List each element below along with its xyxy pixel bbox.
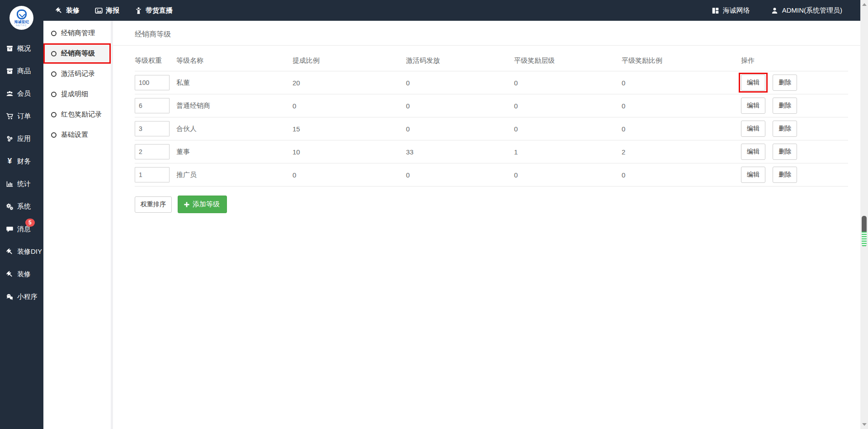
circle-icon (51, 112, 57, 117)
weight-input[interactable] (135, 75, 170, 90)
peer-reward-ratio: 0 (622, 94, 741, 117)
sidebar-item-label: 小程序 (17, 293, 38, 301)
comment-icon (6, 225, 14, 233)
sidebar-item-label: 应用 (17, 135, 31, 143)
top-menu-label: 带货直播 (146, 6, 173, 15)
weight-input[interactable] (135, 144, 170, 159)
submenu-item-activation-code-records[interactable]: 激活码记录 (43, 64, 111, 84)
submenu-item-distributor-management[interactable]: 经销商管理 (43, 23, 111, 43)
sidebar-item-label: 财务 (17, 157, 31, 166)
users-icon (6, 90, 14, 98)
cubes-icon (6, 135, 14, 143)
submenu-item-distributor-level[interactable]: 经销商等级 (43, 43, 111, 64)
sidebar-item-orders[interactable]: 订单 (0, 105, 43, 127)
activation-codes: 0 (406, 94, 514, 117)
peer-reward-level: 0 (514, 117, 622, 140)
commission-ratio: 0 (292, 163, 406, 187)
column-header-actions: 操作 (741, 50, 848, 71)
main-content: 经销商等级 等级权重 等级名称 提成比例 激活码发放 平级奖励层级 平级奖励比例… (113, 21, 860, 429)
sidebar-item-miniprogram[interactable]: 小程序 (0, 285, 43, 308)
level-name: 推广员 (176, 163, 292, 187)
delete-button[interactable]: 删除 (773, 121, 797, 137)
weight-sort-button[interactable]: 权重排序 (135, 196, 172, 213)
edit-button[interactable]: 编辑 (741, 98, 765, 114)
delete-button[interactable]: 删除 (773, 167, 797, 183)
level-name: 私董 (176, 71, 292, 94)
table-row: 董事 10 33 1 2 编辑 删除 (135, 140, 848, 163)
top-bar-right: 海诚网络 ADMIN(系统管理员) (712, 6, 842, 15)
column-header-weight: 等级权重 (135, 50, 176, 71)
edit-button[interactable]: 编辑 (741, 144, 765, 160)
live-streaming-icon (135, 7, 142, 14)
table-row: 推广员 0 0 0 0 编辑 删除 (135, 163, 848, 187)
main-sidebar: 概况 商品 会员 订单 应用 ¥ 财务 统计 系 (0, 0, 43, 429)
peer-reward-level: 0 (514, 163, 622, 187)
weight-input[interactable] (135, 167, 170, 182)
sidebar-item-apps[interactable]: 应用 (0, 127, 43, 150)
archive-box-icon (6, 45, 14, 52)
submenu-item-redpacket-reward-records[interactable]: 红包奖励记录 (43, 104, 111, 125)
circle-icon (51, 71, 57, 77)
commission-ratio: 0 (292, 94, 406, 117)
red-highlight-wrap: 编辑 (741, 75, 765, 91)
activation-codes: 0 (406, 71, 514, 94)
sidebar-item-label: 装修 (17, 270, 31, 279)
image-icon (95, 7, 103, 14)
user-icon (771, 7, 778, 14)
add-level-label: 添加等级 (193, 200, 220, 209)
submenu-item-basic-settings[interactable]: 基础设置 (43, 125, 111, 145)
peer-reward-ratio: 0 (622, 117, 741, 140)
workspace-switcher[interactable]: 海诚网络 (712, 6, 750, 15)
sidebar-item-system[interactable]: 系统 (0, 195, 43, 218)
sidebar-item-decorate-diy[interactable]: 装修DIY (0, 240, 43, 263)
peer-reward-level: 1 (514, 140, 622, 163)
sidebar-item-statistics[interactable]: 统计 (0, 173, 43, 195)
sidebar-item-decorate[interactable]: 装修 (0, 263, 43, 285)
site-logo[interactable]: 海诚世纪 NETHC (9, 6, 33, 30)
bar-chart-icon (6, 180, 14, 188)
top-menu-label: 装修 (66, 6, 80, 15)
sidebar-item-label: 会员 (17, 89, 31, 98)
sidebar-item-finance[interactable]: ¥ 财务 (0, 150, 43, 173)
top-menu-live[interactable]: 带货直播 (135, 6, 173, 15)
delete-button[interactable]: 删除 (773, 75, 797, 91)
table-row: 私董 20 0 0 0 编辑 删除 (135, 71, 848, 94)
scrollbar-down-arrow[interactable] (862, 423, 867, 426)
activation-codes: 0 (406, 117, 514, 140)
admin-label: ADMIN(系统管理员) (782, 6, 842, 15)
delete-button[interactable]: 删除 (773, 98, 797, 114)
grid-icon (712, 7, 719, 14)
circle-icon (51, 31, 57, 36)
edit-button[interactable]: 编辑 (741, 75, 765, 91)
submenu-item-commission-details[interactable]: 提成明细 (43, 84, 111, 104)
edit-button[interactable]: 编辑 (741, 167, 765, 183)
level-name: 合伙人 (176, 117, 292, 140)
gears-icon (6, 203, 14, 210)
add-level-button[interactable]: 添加等级 (178, 196, 227, 213)
edit-button[interactable]: 编辑 (741, 121, 765, 137)
sidebar-item-overview[interactable]: 概况 (0, 37, 43, 60)
top-menu-label: 海报 (106, 6, 119, 15)
weight-input[interactable] (135, 121, 170, 136)
scrollbar-up-arrow[interactable] (862, 3, 867, 6)
sidebar-item-goods[interactable]: 商品 (0, 60, 43, 82)
scrollbar-thumb[interactable] (862, 216, 867, 247)
top-bar: 装修 海报 带货直播 海诚网络 ADMIN(系统管理员) (0, 0, 860, 21)
delete-button[interactable]: 删除 (773, 144, 797, 160)
plus-icon (184, 201, 190, 208)
sidebar-item-messages[interactable]: 消息 5 (0, 218, 43, 240)
yen-icon: ¥ (6, 157, 14, 166)
cart-icon (6, 112, 14, 120)
circle-icon (51, 51, 57, 56)
top-menu-decorate[interactable]: 装修 (55, 6, 80, 15)
activation-codes: 33 (406, 140, 514, 163)
peer-reward-ratio: 0 (622, 71, 741, 94)
weight-input[interactable] (135, 98, 170, 113)
table-row: 合伙人 15 0 0 0 编辑 删除 (135, 117, 848, 140)
peer-reward-level: 0 (514, 71, 622, 94)
circle-icon (51, 132, 57, 138)
top-menu-poster[interactable]: 海报 (95, 6, 119, 15)
admin-account[interactable]: ADMIN(系统管理员) (771, 6, 842, 15)
product-box-icon (6, 67, 14, 75)
sidebar-item-members[interactable]: 会员 (0, 82, 43, 105)
